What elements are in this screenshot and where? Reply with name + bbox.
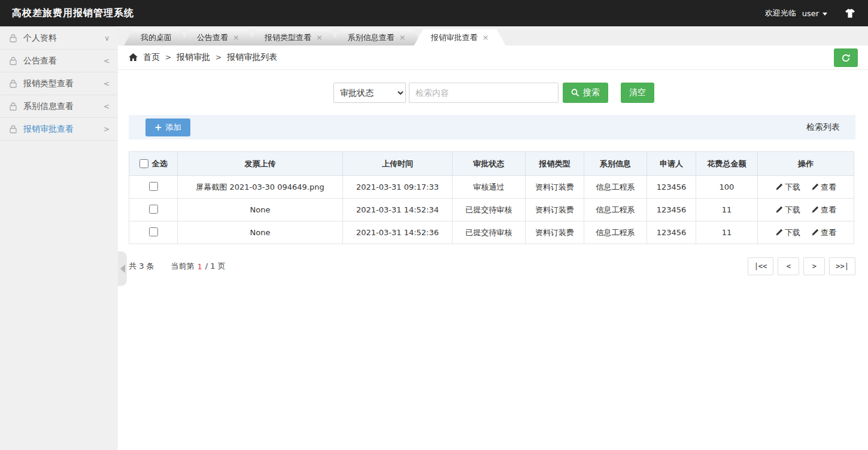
breadcrumb-section[interactable]: 报销审批 — [177, 52, 210, 63]
sidebar-item-label: 公告查看 — [23, 56, 104, 66]
breadcrumb-home[interactable]: 首页 — [143, 52, 160, 63]
clear-button[interactable]: 清空 — [621, 83, 654, 103]
add-button[interactable]: + 添加 — [145, 118, 190, 136]
sidebar-item-reimburse-types[interactable]: 报销类型查看 < — [0, 72, 118, 95]
welcome-text: 欢迎光临 — [765, 8, 796, 19]
sidebar-item-label: 报销类型查看 — [23, 78, 104, 89]
close-icon[interactable]: × — [399, 34, 406, 41]
sidebar-collapse-handle[interactable] — [118, 251, 127, 286]
breadcrumb-separator: > — [216, 53, 221, 62]
tab-department-info[interactable]: 系别信息查看 × — [331, 29, 423, 45]
cell-type: 资料订装费 — [526, 221, 584, 244]
sidebar-item-label: 系别信息查看 — [23, 101, 104, 112]
cell-department: 信息工程系 — [584, 199, 647, 221]
close-icon[interactable]: × — [316, 34, 323, 41]
download-link[interactable]: 下载 — [775, 205, 800, 215]
chevron-left-icon: < — [104, 102, 110, 111]
select-all-label: 全选 — [152, 159, 168, 169]
chevron-left-icon — [120, 264, 125, 273]
pencil-icon — [775, 183, 783, 191]
refresh-icon — [841, 53, 851, 63]
prev-page-button[interactable]: < — [778, 257, 799, 275]
col-applicant: 申请人 — [647, 152, 696, 176]
cell-applicant: 123456 — [647, 199, 696, 221]
col-invoice: 发票上传 — [178, 152, 343, 176]
pencil-icon — [811, 183, 819, 191]
chevron-down-icon — [823, 13, 827, 16]
select-all-checkbox[interactable] — [139, 159, 148, 168]
total-pages: / 1 页 — [205, 261, 226, 272]
chevron-right-icon: > — [104, 125, 110, 133]
view-link[interactable]: 查看 — [811, 205, 836, 215]
refresh-button[interactable] — [834, 48, 858, 67]
tab-my-desktop[interactable]: 我的桌面 — [124, 29, 189, 45]
tshirt-icon[interactable] — [844, 8, 856, 19]
view-link[interactable]: 查看 — [811, 227, 836, 238]
chevron-left-icon: < — [104, 57, 110, 65]
cell-department: 信息工程系 — [584, 221, 647, 244]
search-input[interactable] — [409, 83, 559, 103]
cell-amount: 11 — [696, 199, 758, 221]
download-label: 下载 — [785, 182, 800, 193]
search-button-label: 搜索 — [583, 87, 600, 98]
last-page-button[interactable]: >>| — [829, 257, 855, 275]
breadcrumb-separator: > — [165, 53, 171, 62]
col-type: 报销类型 — [526, 152, 584, 176]
col-department: 系别信息 — [584, 152, 647, 176]
list-title: 检索列表 — [806, 122, 840, 133]
pagination: 共 3 条 当前第 1 / 1 页 |<< < > >>| — [129, 257, 855, 275]
row-checkbox[interactable] — [149, 205, 158, 214]
breadcrumb-bar: 首页 > 报销审批 > 报销审批列表 — [118, 45, 868, 70]
view-link[interactable]: 查看 — [811, 182, 836, 193]
sidebar-item-department-info[interactable]: 系别信息查看 < — [0, 95, 118, 118]
sidebar-item-label: 报销审批查看 — [23, 124, 104, 135]
table-row: None 2021-03-31 14:52:36 已提交待审核 资料订装费 信息… — [129, 221, 854, 244]
cell-department: 信息工程系 — [584, 176, 647, 199]
col-actions: 操作 — [758, 152, 854, 176]
tab-announcements[interactable]: 公告查看 × — [180, 29, 256, 45]
cell-upload-time: 2021-03-31 14:52:34 — [343, 199, 453, 221]
row-checkbox[interactable] — [149, 182, 158, 191]
current-page-number: 1 — [198, 262, 202, 271]
app-title: 高校差旅费用报销管理系统 — [12, 7, 134, 20]
cell-invoice: None — [178, 199, 343, 221]
approval-table: 全选 发票上传 上传时间 审批状态 报销类型 系别信息 申请人 花费总金额 操作… — [129, 151, 854, 244]
topbar: 高校差旅费用报销管理系统 欢迎光临 user — [0, 0, 868, 26]
sidebar-item-announcements[interactable]: 公告查看 < — [0, 50, 118, 72]
search-button[interactable]: 搜索 — [563, 83, 608, 103]
download-link[interactable]: 下载 — [775, 227, 800, 238]
table-row: None 2021-03-31 14:52:34 已提交待审核 资料订装费 信息… — [129, 199, 854, 221]
tab-approval-view[interactable]: 报销审批查看 × — [414, 29, 506, 45]
first-page-button[interactable]: |<< — [748, 257, 774, 275]
filter-row: 审批状态 搜索 清空 — [333, 83, 868, 103]
download-label: 下载 — [785, 205, 800, 215]
close-icon[interactable]: × — [233, 34, 239, 41]
home-icon — [129, 53, 138, 62]
toolbar: + 添加 检索列表 — [129, 115, 855, 139]
row-checkbox[interactable] — [149, 227, 158, 236]
chevron-down-icon: ∨ — [104, 34, 110, 42]
total-count: 共 3 条 — [129, 261, 154, 272]
status-select[interactable]: 审批状态 — [333, 83, 406, 103]
tab-label: 报销类型查看 — [265, 32, 311, 43]
pencil-icon — [811, 206, 819, 214]
tab-reimburse-types[interactable]: 报销类型查看 × — [248, 29, 339, 45]
col-amount: 花费总金额 — [696, 152, 758, 176]
cell-invoice: None — [178, 221, 343, 244]
user-menu[interactable]: user — [802, 9, 827, 18]
sidebar-item-label: 个人资料 — [23, 33, 104, 44]
close-icon[interactable]: × — [482, 34, 489, 41]
cell-applicant: 123456 — [647, 221, 696, 244]
breadcrumb: 首页 > 报销审批 > 报销审批列表 — [129, 52, 277, 63]
download-link[interactable]: 下载 — [775, 182, 800, 193]
view-label: 查看 — [821, 182, 836, 193]
next-page-button[interactable]: > — [803, 257, 825, 275]
sidebar-item-profile[interactable]: 个人资料 ∨ — [0, 27, 118, 50]
cell-status: 已提交待审核 — [453, 221, 526, 244]
table-header-row: 全选 发票上传 上传时间 审批状态 报销类型 系别信息 申请人 花费总金额 操作 — [129, 152, 854, 176]
current-page-prefix: 当前第 — [171, 261, 195, 272]
cell-status: 审核通过 — [453, 176, 526, 199]
sidebar-item-approval-view[interactable]: 报销审批查看 > — [0, 118, 118, 141]
clear-button-label: 清空 — [629, 87, 646, 98]
select-all-header: 全选 — [129, 152, 178, 176]
